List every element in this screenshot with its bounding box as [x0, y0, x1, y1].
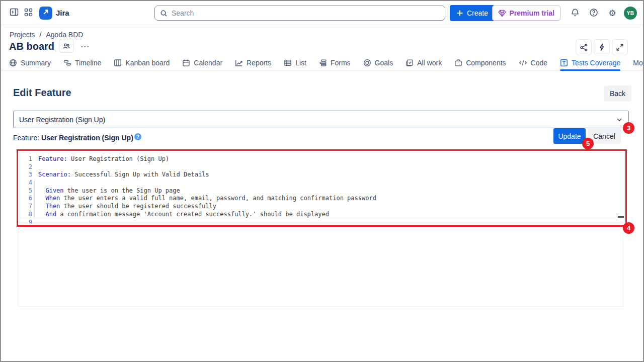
editor-line: 4 — [20, 179, 624, 187]
line-number: 9 — [20, 219, 32, 225]
line-number: 1 — [20, 155, 32, 163]
editor-scrollbar-thumb[interactable] — [618, 216, 624, 218]
search-input[interactable]: Search — [154, 6, 445, 21]
tab-list[interactable]: List — [284, 55, 306, 70]
editor-content-divider — [20, 218, 624, 218]
tab-more[interactable]: More 5 — [633, 55, 644, 70]
app-name: Jira — [56, 9, 69, 17]
tab-goals[interactable]: Goals — [363, 55, 393, 70]
tests-coverage-icon — [560, 59, 568, 67]
tab-kanban-board[interactable]: Kanban board — [114, 55, 170, 70]
automation-button[interactable] — [594, 39, 610, 55]
editor-line: 7 Then the user should be registered suc… — [20, 203, 624, 211]
timeline-icon — [63, 59, 71, 67]
bell-icon — [571, 8, 580, 19]
code-icon — [519, 59, 527, 67]
fullscreen-button[interactable] — [612, 39, 628, 55]
reports-icon — [235, 59, 243, 67]
tab-calendar[interactable]: Calendar — [182, 55, 222, 70]
premium-trial-button[interactable]: Premium trial — [492, 6, 560, 21]
tab-code[interactable]: Code — [519, 55, 547, 70]
board-more-button[interactable]: ⋯ — [78, 41, 92, 52]
tab-components[interactable]: Components — [454, 55, 506, 70]
breadcrumb: Projects / Agoda BDD — [10, 31, 83, 39]
goals-icon — [363, 59, 371, 67]
question-circle-icon — [589, 8, 598, 19]
board-tabbar: Summary Timeline Kanban board Calendar R… — [1, 55, 643, 70]
create-button[interactable]: Create — [450, 5, 495, 21]
gherkin-editor[interactable]: 1Feature: User Registration (Sign Up) 2 … — [20, 152, 624, 224]
annotation-badge-4: 4 — [623, 222, 634, 234]
avatar[interactable]: YB — [624, 7, 637, 20]
people-icon — [62, 42, 70, 50]
line-number: 5 — [20, 187, 32, 195]
line-number: 4 — [20, 179, 32, 187]
editor-line: 1Feature: User Registration (Sign Up) — [20, 155, 624, 163]
tab-all-work[interactable]: All work — [406, 55, 442, 70]
editor-line: 6 When the user enters a valid full name… — [20, 195, 624, 203]
line-number: 3 — [20, 171, 32, 179]
help-button[interactable] — [587, 6, 601, 20]
jira-logo-icon — [42, 8, 50, 18]
sidebar-toggle-button[interactable] — [7, 6, 21, 20]
breadcrumb-separator: / — [40, 31, 42, 39]
jira-window: Jira Search Create Premium trial — [0, 0, 644, 362]
board-header-actions — [576, 39, 628, 55]
top-navigation-bar: Jira Search Create Premium trial — [1, 1, 643, 25]
annotation-badge-5: 5 — [582, 138, 594, 149]
breadcrumb-project-link[interactable]: Agoda BDD — [46, 31, 83, 39]
feature-select-value: User Registration (Sign Up) — [19, 116, 105, 124]
components-icon — [454, 59, 462, 67]
jira-logo[interactable] — [39, 7, 52, 20]
share-icon — [580, 43, 588, 52]
chevron-down-icon — [616, 116, 623, 125]
feature-help-icon[interactable]: ? — [134, 133, 141, 140]
editor-line: 3Scenario: Successful Sign Up with Valid… — [20, 171, 624, 179]
search-placeholder: Search — [172, 9, 194, 17]
line-number: 6 — [20, 195, 32, 203]
update-button[interactable]: Update — [553, 128, 586, 144]
app-switcher-button[interactable] — [21, 6, 35, 20]
gem-icon — [498, 10, 506, 17]
page-title: Edit Feature — [13, 87, 71, 99]
expand-icon — [616, 43, 624, 51]
lightning-icon — [598, 43, 606, 51]
breadcrumb-projects-link[interactable]: Projects — [10, 31, 35, 39]
board-members-button[interactable] — [59, 40, 74, 53]
share-button[interactable] — [576, 39, 592, 55]
board-header: AB board ⋯ — [9, 40, 92, 53]
tab-summary[interactable]: Summary — [9, 55, 51, 70]
app-switcher-icon — [24, 8, 33, 18]
back-button[interactable]: Back — [604, 85, 631, 102]
editor-line: 9 — [20, 219, 624, 225]
settings-button[interactable]: ⚙ — [605, 6, 619, 20]
forms-icon — [319, 59, 327, 67]
editor-line: 5 Given the user is on the Sign Up page — [20, 187, 624, 195]
annotation-badge-3: 3 — [623, 122, 634, 134]
tab-tests-coverage[interactable]: Tests Coverage — [560, 55, 620, 70]
kanban-icon — [114, 59, 122, 67]
editor-lines: 1Feature: User Registration (Sign Up) 2 … — [20, 152, 624, 224]
feature-label: Feature: User Registration (Sign Up) ? — [13, 134, 141, 142]
globe-icon — [9, 59, 17, 67]
all-work-icon — [406, 59, 414, 67]
feature-name: User Registration (Sign Up) — [41, 134, 133, 142]
sidebar-toggle-icon — [10, 8, 19, 18]
plus-icon — [456, 10, 463, 17]
line-number: 2 — [20, 163, 32, 171]
calendar-icon — [182, 59, 190, 67]
editor-line: 2 — [20, 163, 624, 171]
board-title: AB board — [9, 41, 54, 52]
gear-icon: ⚙ — [608, 9, 616, 18]
search-icon — [160, 10, 168, 17]
tab-reports[interactable]: Reports — [235, 55, 271, 70]
tab-timeline[interactable]: Timeline — [63, 55, 101, 70]
list-icon — [284, 59, 292, 67]
tab-forms[interactable]: Forms — [319, 55, 351, 70]
indent-guide — [34, 179, 35, 219]
feature-select[interactable]: User Registration (Sign Up) — [13, 111, 629, 128]
notifications-button[interactable] — [568, 6, 582, 20]
line-number: 7 — [20, 203, 32, 211]
topbar-right-cluster: Premium trial ⚙ YB — [492, 5, 637, 21]
